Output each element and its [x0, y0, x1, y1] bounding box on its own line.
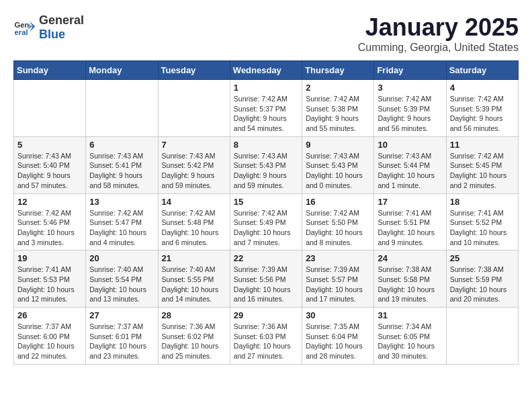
calendar-cell	[158, 80, 230, 137]
day-number: 9	[306, 140, 370, 150]
day-info: Sunrise: 7:42 AMSunset: 5:47 PMDaylight:…	[89, 208, 154, 248]
day-number: 26	[17, 310, 82, 320]
day-number: 16	[306, 197, 370, 207]
page-header: Gen eral General Blue January 2025 Cummi…	[13, 13, 519, 54]
logo-text: General Blue	[39, 13, 84, 42]
calendar-cell: 2Sunrise: 7:42 AMSunset: 5:38 PMDaylight…	[302, 80, 374, 137]
day-number: 11	[450, 140, 515, 150]
day-info: Sunrise: 7:42 AMSunset: 5:37 PMDaylight:…	[234, 94, 298, 134]
day-info: Sunrise: 7:43 AMSunset: 5:42 PMDaylight:…	[162, 151, 226, 191]
calendar-cell: 16Sunrise: 7:42 AMSunset: 5:50 PMDayligh…	[302, 193, 374, 250]
calendar-cell: 23Sunrise: 7:39 AMSunset: 5:57 PMDayligh…	[302, 250, 374, 308]
day-info: Sunrise: 7:43 AMSunset: 5:40 PMDaylight:…	[17, 151, 82, 191]
day-info: Sunrise: 7:41 AMSunset: 5:53 PMDaylight:…	[17, 265, 82, 304]
day-number: 5	[17, 140, 82, 150]
calendar-cell: 29Sunrise: 7:36 AMSunset: 6:03 PMDayligh…	[230, 308, 302, 365]
calendar-cell: 25Sunrise: 7:38 AMSunset: 5:59 PMDayligh…	[446, 250, 518, 308]
calendar-cell: 27Sunrise: 7:37 AMSunset: 6:01 PMDayligh…	[86, 308, 158, 365]
day-info: Sunrise: 7:42 AMSunset: 5:46 PMDaylight:…	[17, 208, 82, 248]
day-number: 20	[89, 253, 154, 263]
calendar-cell: 7Sunrise: 7:43 AMSunset: 5:42 PMDaylight…	[158, 136, 230, 193]
day-info: Sunrise: 7:43 AMSunset: 5:43 PMDaylight:…	[306, 151, 370, 191]
day-number: 10	[378, 140, 442, 150]
day-info: Sunrise: 7:43 AMSunset: 5:41 PMDaylight:…	[89, 151, 154, 191]
day-number: 17	[378, 197, 442, 207]
calendar-cell: 15Sunrise: 7:42 AMSunset: 5:49 PMDayligh…	[230, 193, 302, 250]
week-row-4: 19Sunrise: 7:41 AMSunset: 5:53 PMDayligh…	[14, 250, 519, 308]
header-wednesday: Wednesday	[230, 61, 302, 80]
calendar-cell	[86, 80, 158, 137]
day-info: Sunrise: 7:41 AMSunset: 5:51 PMDaylight:…	[378, 208, 442, 248]
logo-blue: Blue	[39, 28, 65, 41]
day-number: 3	[378, 83, 442, 93]
day-number: 27	[89, 310, 154, 320]
day-number: 7	[162, 140, 226, 150]
day-number: 23	[306, 253, 370, 263]
day-info: Sunrise: 7:42 AMSunset: 5:49 PMDaylight:…	[234, 208, 298, 248]
day-info: Sunrise: 7:42 AMSunset: 5:39 PMDaylight:…	[378, 94, 442, 134]
calendar-cell: 6Sunrise: 7:43 AMSunset: 5:41 PMDaylight…	[86, 136, 158, 193]
calendar-cell: 8Sunrise: 7:43 AMSunset: 5:43 PMDaylight…	[230, 136, 302, 193]
day-info: Sunrise: 7:35 AMSunset: 6:04 PMDaylight:…	[306, 322, 370, 361]
day-number: 21	[162, 253, 226, 263]
day-number: 13	[89, 197, 154, 207]
day-info: Sunrise: 7:43 AMSunset: 5:43 PMDaylight:…	[234, 151, 298, 191]
day-number: 12	[17, 197, 82, 207]
calendar-cell: 5Sunrise: 7:43 AMSunset: 5:40 PMDaylight…	[14, 136, 86, 193]
day-number: 2	[306, 83, 370, 93]
day-info: Sunrise: 7:36 AMSunset: 6:03 PMDaylight:…	[234, 322, 298, 361]
calendar-cell: 4Sunrise: 7:42 AMSunset: 5:39 PMDaylight…	[446, 80, 518, 137]
day-info: Sunrise: 7:42 AMSunset: 5:45 PMDaylight:…	[450, 151, 515, 191]
day-info: Sunrise: 7:40 AMSunset: 5:54 PMDaylight:…	[89, 265, 154, 304]
calendar-cell: 17Sunrise: 7:41 AMSunset: 5:51 PMDayligh…	[374, 193, 446, 250]
header-monday: Monday	[86, 61, 158, 80]
calendar-cell: 21Sunrise: 7:40 AMSunset: 5:55 PMDayligh…	[158, 250, 230, 308]
title-area: January 2025 Cumming, Georgia, United St…	[358, 13, 519, 54]
day-number: 19	[17, 253, 82, 263]
calendar-cell: 24Sunrise: 7:38 AMSunset: 5:58 PMDayligh…	[374, 250, 446, 308]
week-row-1: 1Sunrise: 7:42 AMSunset: 5:37 PMDaylight…	[14, 80, 519, 137]
logo-icon: Gen eral	[13, 17, 35, 38]
day-number: 29	[234, 310, 298, 320]
day-number: 1	[234, 83, 298, 93]
calendar-cell: 14Sunrise: 7:42 AMSunset: 5:48 PMDayligh…	[158, 193, 230, 250]
day-number: 25	[450, 253, 515, 263]
svg-text:eral: eral	[15, 28, 28, 36]
day-info: Sunrise: 7:40 AMSunset: 5:55 PMDaylight:…	[162, 265, 226, 304]
calendar-cell: 13Sunrise: 7:42 AMSunset: 5:47 PMDayligh…	[86, 193, 158, 250]
day-number: 4	[450, 83, 515, 93]
day-info: Sunrise: 7:42 AMSunset: 5:38 PMDaylight:…	[306, 94, 370, 134]
header-thursday: Thursday	[302, 61, 374, 80]
day-info: Sunrise: 7:34 AMSunset: 6:05 PMDaylight:…	[378, 322, 442, 361]
calendar-cell	[14, 80, 86, 137]
month-title: January 2025	[358, 13, 519, 42]
header-saturday: Saturday	[446, 61, 518, 80]
day-info: Sunrise: 7:41 AMSunset: 5:52 PMDaylight:…	[450, 208, 515, 248]
day-info: Sunrise: 7:42 AMSunset: 5:39 PMDaylight:…	[450, 94, 515, 134]
logo: Gen eral General Blue	[13, 13, 84, 42]
calendar-header-row: Sunday Monday Tuesday Wednesday Thursday…	[14, 61, 519, 80]
day-number: 24	[378, 253, 442, 263]
day-info: Sunrise: 7:42 AMSunset: 5:50 PMDaylight:…	[306, 208, 370, 248]
day-info: Sunrise: 7:39 AMSunset: 5:57 PMDaylight:…	[306, 265, 370, 304]
day-info: Sunrise: 7:38 AMSunset: 5:58 PMDaylight:…	[378, 265, 442, 304]
day-number: 15	[234, 197, 298, 207]
day-info: Sunrise: 7:42 AMSunset: 5:48 PMDaylight:…	[162, 208, 226, 248]
week-row-2: 5Sunrise: 7:43 AMSunset: 5:40 PMDaylight…	[14, 136, 519, 193]
day-number: 6	[89, 140, 154, 150]
calendar-cell: 10Sunrise: 7:43 AMSunset: 5:44 PMDayligh…	[374, 136, 446, 193]
location-title: Cumming, Georgia, United States	[358, 42, 519, 54]
day-info: Sunrise: 7:38 AMSunset: 5:59 PMDaylight:…	[450, 265, 515, 304]
calendar-cell: 1Sunrise: 7:42 AMSunset: 5:37 PMDaylight…	[230, 80, 302, 137]
calendar-cell: 28Sunrise: 7:36 AMSunset: 6:02 PMDayligh…	[158, 308, 230, 365]
day-number: 14	[162, 197, 226, 207]
calendar-cell	[446, 308, 518, 365]
calendar-cell: 18Sunrise: 7:41 AMSunset: 5:52 PMDayligh…	[446, 193, 518, 250]
day-info: Sunrise: 7:39 AMSunset: 5:56 PMDaylight:…	[234, 265, 298, 304]
logo-general: General	[39, 13, 84, 27]
calendar-cell: 9Sunrise: 7:43 AMSunset: 5:43 PMDaylight…	[302, 136, 374, 193]
calendar-cell: 26Sunrise: 7:37 AMSunset: 6:00 PMDayligh…	[14, 308, 86, 365]
week-row-3: 12Sunrise: 7:42 AMSunset: 5:46 PMDayligh…	[14, 193, 519, 250]
day-info: Sunrise: 7:36 AMSunset: 6:02 PMDaylight:…	[162, 322, 226, 361]
day-number: 22	[234, 253, 298, 263]
